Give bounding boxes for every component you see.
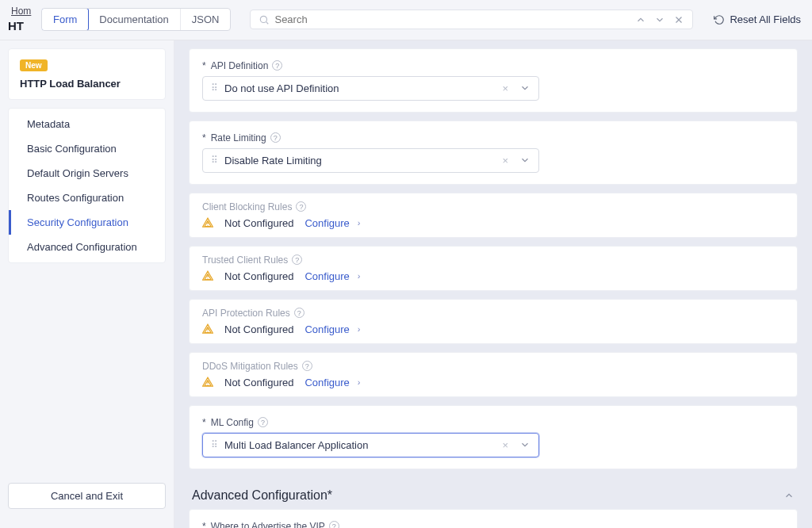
sidebar-item-metadata[interactable]: Metadata (9, 112, 165, 136)
help-icon[interactable]: ? (294, 308, 304, 318)
ml-config-select[interactable]: ⠿ Multi Load Balancer Application × (202, 433, 539, 457)
search-next-icon[interactable] (654, 14, 665, 25)
sidebar-item-routes-configuration[interactable]: Routes Configuration (9, 186, 165, 210)
reset-icon (714, 14, 725, 25)
chevron-right-icon: › (358, 377, 361, 387)
help-icon[interactable]: ? (272, 60, 282, 71)
page-title: HTTP Load Balancer (20, 78, 154, 90)
ddos-status: Not Configured (224, 377, 293, 388)
warning-icon (202, 270, 213, 281)
reset-all-fields-button[interactable]: Reset All Fields (714, 13, 801, 25)
chevron-right-icon: › (358, 271, 361, 281)
help-icon[interactable]: ? (302, 361, 312, 371)
api-protection-status: Not Configured (224, 323, 293, 335)
svg-point-9 (207, 331, 208, 332)
sidebar-nav: Metadata Basic Configuration Default Ori… (8, 108, 166, 263)
search-clear-icon[interactable] (673, 14, 684, 25)
api-definition-select[interactable]: ⠿ Do not use API Definition × (202, 76, 539, 101)
tab-documentation[interactable]: Documentation (88, 9, 180, 30)
api-definition-value: Do not use API Definition (224, 82, 491, 94)
chevron-down-icon[interactable] (519, 82, 530, 94)
drag-icon: ⠿ (211, 439, 216, 450)
chevron-down-icon[interactable] (519, 439, 530, 450)
drag-icon: ⠿ (211, 155, 216, 166)
api-protection-rules-label: API Protection Rules (202, 308, 290, 319)
help-icon[interactable]: ? (258, 417, 268, 427)
help-icon[interactable]: ? (296, 201, 306, 212)
warning-icon (202, 377, 213, 388)
ddos-mitigation-rules-label: DDoS Mitigation Rules (202, 361, 298, 372)
collapse-icon[interactable] (783, 490, 795, 501)
new-badge: New (20, 59, 48, 71)
rate-limiting-value: Disable Rate Limiting (224, 155, 491, 166)
svg-point-11 (207, 385, 208, 385)
advanced-configuration-heading: Advanced Configuration* (192, 488, 332, 503)
ddos-configure-link[interactable]: Configure› (304, 377, 360, 388)
chevron-right-icon: › (358, 324, 361, 334)
svg-point-0 (261, 16, 267, 22)
clear-icon[interactable]: × (499, 82, 511, 94)
warning-icon (202, 217, 213, 228)
drag-icon: ⠿ (211, 82, 216, 94)
svg-point-5 (207, 225, 208, 226)
breadcrumb-home[interactable]: Hom (11, 6, 33, 17)
search-icon (259, 14, 270, 25)
breadcrumb-prefix: HT (8, 20, 33, 33)
chevron-right-icon: › (358, 218, 361, 228)
chevron-down-icon[interactable] (519, 155, 530, 166)
api-definition-label: API Definition (211, 60, 269, 71)
client-blocking-configure-link[interactable]: Configure› (304, 217, 360, 229)
help-icon[interactable]: ? (329, 521, 339, 528)
search-prev-icon[interactable] (635, 14, 646, 25)
reset-all-fields-label: Reset All Fields (730, 13, 801, 25)
sidebar-item-default-origin-servers[interactable]: Default Origin Servers (9, 161, 165, 186)
clear-icon[interactable]: × (499, 155, 511, 166)
warning-icon (202, 323, 213, 335)
trusted-client-configure-link[interactable]: Configure› (304, 270, 360, 282)
svg-point-7 (207, 278, 208, 279)
cancel-and-exit-button[interactable]: Cancel and Exit (8, 483, 166, 509)
trusted-client-status: Not Configured (224, 270, 293, 282)
rate-limiting-label: Rate Limiting (211, 132, 266, 143)
ml-config-value: Multi Load Balancer Application (224, 439, 491, 451)
ml-config-label: ML Config (211, 417, 254, 428)
view-tabs: Form Documentation JSON (41, 8, 231, 31)
help-icon[interactable]: ? (292, 254, 302, 265)
search-input[interactable] (274, 13, 630, 25)
client-blocking-status: Not Configured (224, 217, 293, 229)
api-protection-configure-link[interactable]: Configure› (304, 323, 360, 335)
rate-limiting-select[interactable]: ⠿ Disable Rate Limiting × (202, 148, 539, 173)
sidebar-item-advanced-configuration[interactable]: Advanced Configuration (9, 235, 165, 259)
tab-json[interactable]: JSON (181, 9, 231, 30)
tab-form[interactable]: Form (41, 8, 89, 31)
svg-line-1 (266, 22, 269, 25)
trusted-client-rules-label: Trusted Client Rules (202, 254, 288, 266)
sidebar-item-basic-configuration[interactable]: Basic Configuration (9, 136, 165, 161)
client-blocking-rules-label: Client Blocking Rules (202, 201, 292, 212)
sidebar-item-security-configuration[interactable]: Security Configuration (9, 210, 165, 235)
clear-icon[interactable]: × (499, 439, 511, 451)
where-to-advertise-vip-label: Where to Advertise the VIP (211, 521, 325, 528)
help-icon[interactable]: ? (270, 132, 281, 143)
search-bar[interactable] (250, 10, 693, 29)
